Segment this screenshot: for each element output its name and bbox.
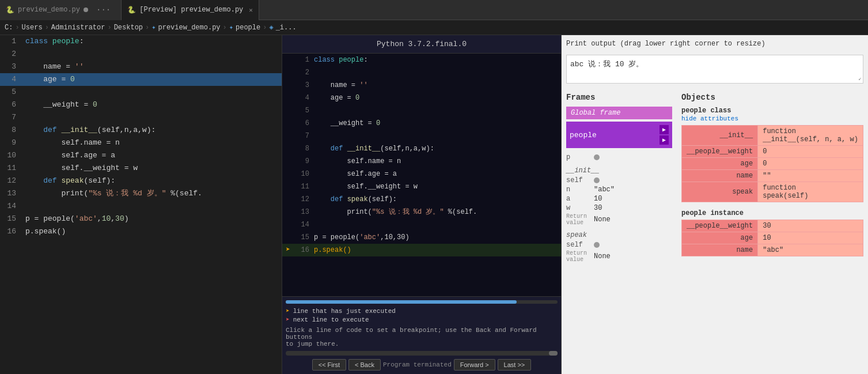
legend-next: ➤ next line to execute xyxy=(286,316,558,323)
tutor-line-3[interactable]: 3 name = '' xyxy=(282,79,561,92)
code-line-8: 8 def __init__(self,n,a,w): xyxy=(0,124,282,137)
tutor-header: Python 3.7.2.final.0 xyxy=(282,35,561,54)
code-line-3: 3 name = '' xyxy=(0,61,282,73)
tutor-line-1[interactable]: 1 class people: xyxy=(282,54,561,66)
code-line-11: 11 self.__weight = w xyxy=(0,162,282,175)
tab-label: preview_demo.py xyxy=(18,6,80,14)
code-line-10: 10 self.age = a xyxy=(0,149,282,162)
class-row-weight: __people__weight 0 xyxy=(682,146,863,158)
legend-executed-label: line that has just executed xyxy=(293,308,396,315)
forward-button[interactable]: Forward > xyxy=(454,359,495,371)
class-row-speak: speak functionspeak(self) xyxy=(682,182,863,202)
tutor-panel: Python 3.7.2.final.0 1 class people: 2 3… xyxy=(282,35,562,374)
tutor-line-14[interactable]: 14 xyxy=(282,218,561,231)
code-editor: 1 class people: 2 3 name = '' 4 age = 0 … xyxy=(0,35,282,374)
tab-preview[interactable]: 🐍 [Preview] preview_demo.py ✕ xyxy=(122,0,259,20)
code-line-7: 7 xyxy=(0,111,282,124)
people-frame-box: people ▶ ▶ xyxy=(566,122,672,148)
print-output-label: Print output (drag lower right corner to… xyxy=(566,40,863,48)
tutor-line-13[interactable]: 13 print("%s 说：我 %d 岁。" %(self. xyxy=(282,206,561,218)
tutor-code: 1 class people: 2 3 name = '' 4 age = 0 xyxy=(282,54,561,296)
init-frame-name: __init__ xyxy=(566,167,672,175)
scroll-thumb[interactable] xyxy=(549,351,558,356)
tutor-line-4[interactable]: 4 age = 0 xyxy=(282,92,561,104)
people-class-section: people class hide attributes __init__ fu… xyxy=(681,107,863,202)
inst-row-age: age 10 xyxy=(682,232,863,244)
frames-objects: Frames Global frame people ▶ ▶ p __init_… xyxy=(562,88,868,374)
inst-row-name: name "abc" xyxy=(682,244,863,256)
speak-self-row: self xyxy=(566,240,672,250)
frames-column: Frames Global frame people ▶ ▶ p __init_… xyxy=(562,88,677,374)
back-button[interactable]: < Back xyxy=(348,359,381,371)
init-self-dot xyxy=(594,177,600,183)
code-line-2: 2 xyxy=(0,48,282,61)
code-line-9: 9 self.name = n xyxy=(0,137,282,149)
main-layout: 1 class people: 2 3 name = '' 4 age = 0 … xyxy=(0,35,868,374)
progress-bar-wrap xyxy=(286,300,558,304)
tab-bar: 🐍 preview_demo.py ··· 🐍 [Preview] previe… xyxy=(0,0,868,20)
people-arrows: ▶ ▶ xyxy=(659,125,669,145)
tutor-line-8[interactable]: 8 def __init__(self,n,a,w): xyxy=(282,142,561,155)
tutor-controls: ➤ line that has just executed ➤ next lin… xyxy=(282,296,561,374)
legend-executed: ➤ line that has just executed xyxy=(286,307,558,315)
code-line-12: 12 def speak(self): xyxy=(0,175,282,187)
tutor-line-5[interactable]: 5 xyxy=(282,104,561,117)
tab-preview-icon: 🐍 xyxy=(127,6,136,14)
speak-frame: speak self Returnvalue None xyxy=(566,231,672,263)
speak-frame-name: speak xyxy=(566,231,672,239)
resize-handle[interactable]: ↙ xyxy=(858,75,862,82)
init-return-row: Returnvalue None xyxy=(566,213,672,226)
tutor-line-9[interactable]: 9 self.name = n xyxy=(282,155,561,168)
code-line-16: 16 p.speak() xyxy=(0,225,282,238)
last-button[interactable]: Last >> xyxy=(498,359,532,371)
init-w-row: w 30 xyxy=(566,203,672,213)
tab-preview-demo[interactable]: 🐍 preview_demo.py ··· xyxy=(0,0,122,20)
speak-return-row: Returnvalue None xyxy=(566,250,672,263)
tab-more-icon[interactable]: ··· xyxy=(92,5,115,14)
people-class-table: __init__ function__init__(self, n, a, w)… xyxy=(681,125,863,202)
legend-executed-arrow: ➤ xyxy=(286,307,290,315)
people-class-label: people class hide attributes xyxy=(681,107,863,123)
class-row-init: __init__ function__init__(self, n, a, w) xyxy=(682,126,863,146)
frames-title: Frames xyxy=(566,93,672,102)
tutor-line-2[interactable]: 2 xyxy=(282,66,561,79)
progress-bar-fill xyxy=(286,300,517,304)
init-self-row: self xyxy=(566,176,672,185)
tutor-title: Python 3.7.2.final.0 xyxy=(377,40,467,48)
people-instance-table: __people__weight 30 age 10 name "abc" xyxy=(681,220,863,256)
nav-buttons: << First < Back Program terminated Forwa… xyxy=(286,359,558,371)
hide-attrs-link[interactable]: hide attributes xyxy=(681,115,738,122)
tutor-line-15[interactable]: 15 p = people('abc',10,30) xyxy=(282,231,561,244)
h-scrollbar[interactable] xyxy=(286,351,558,356)
people-label: people xyxy=(570,131,597,139)
breadcrumb: C: › Users › Administrator › Desktop › ✦… xyxy=(0,20,868,35)
first-button[interactable]: << First xyxy=(312,359,346,371)
code-line-6: 6 __weight = 0 xyxy=(0,99,282,111)
global-frame-label: Global frame xyxy=(566,107,672,119)
objects-column: Objects people class hide attributes __i… xyxy=(677,88,868,374)
tutor-line-11[interactable]: 11 self.__weight = w xyxy=(282,180,561,193)
p-dot xyxy=(594,154,600,160)
init-n-row: n "abc" xyxy=(566,185,672,194)
code-content: 1 class people: 2 3 name = '' 4 age = 0 … xyxy=(0,35,282,374)
tutor-line-7[interactable]: 7 xyxy=(282,130,561,142)
code-line-13: 13 print("%s 说：我 %d 岁。" %(self. xyxy=(0,187,282,200)
right-panel: Print output (drag lower right corner to… xyxy=(562,35,868,374)
print-output-text: abc 说：我 10 岁。 xyxy=(570,60,643,69)
class-row-name: name "" xyxy=(682,170,863,182)
tutor-line-6[interactable]: 6 __weight = 0 xyxy=(282,117,561,130)
people-arrow-2: ▶ xyxy=(659,135,669,145)
code-line-4: 4 age = 0 xyxy=(0,73,282,86)
frame-row-p: p xyxy=(566,153,672,162)
tutor-line-12[interactable]: 12 def speak(self): xyxy=(282,193,561,206)
click-info: Click a line of code to set a breakpoint… xyxy=(286,327,558,347)
people-arrow-1: ▶ xyxy=(659,125,669,134)
tab-close-icon[interactable]: ✕ xyxy=(249,6,253,14)
tutor-line-16[interactable]: ➤ 16 p.speak() xyxy=(282,244,561,256)
tab-icon: 🐍 xyxy=(6,6,14,14)
print-output: abc 说：我 10 岁。 ↙ xyxy=(566,55,863,84)
tutor-line-10[interactable]: 10 self.age = a xyxy=(282,168,561,180)
code-line-5: 5 xyxy=(0,86,282,99)
program-status: Program terminated xyxy=(383,361,452,368)
legend-next-label: next line to execute xyxy=(293,316,369,323)
